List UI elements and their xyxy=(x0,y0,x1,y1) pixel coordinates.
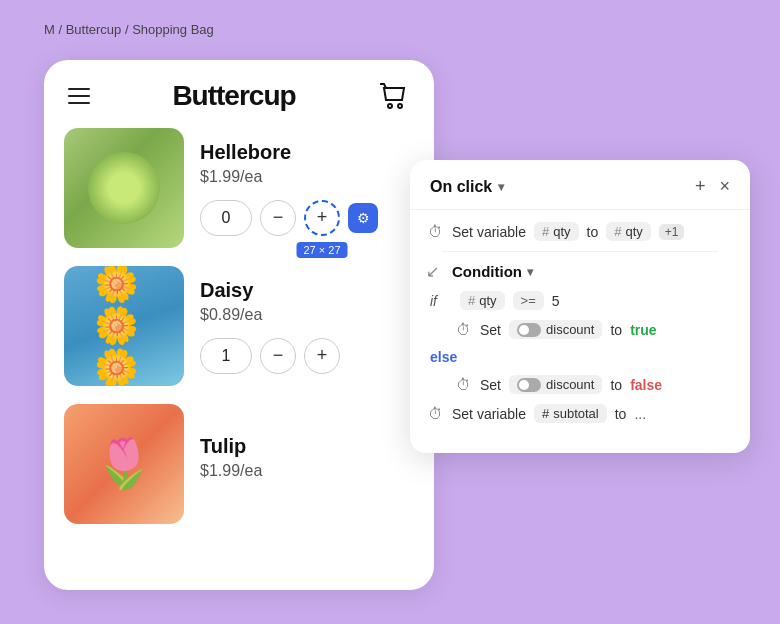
svg-point-0 xyxy=(388,104,392,108)
qty-display-daisy: 1 xyxy=(200,338,252,374)
qty-plus-daisy[interactable]: + xyxy=(304,338,340,374)
set-true-row: ⏱ Set discount to true xyxy=(454,320,734,339)
timer-icon: ⏱ xyxy=(426,223,444,240)
set-subtotal-row: ⏱ Set variable # subtotal to ... xyxy=(426,404,734,423)
false-value: false xyxy=(630,377,662,393)
hash-icon-1: # xyxy=(542,224,549,239)
logic-title-text: On click xyxy=(430,178,492,196)
discount-toggle-false[interactable]: discount xyxy=(509,375,602,394)
to-label-subtotal: to xyxy=(615,406,627,422)
product-name-daisy: Daisy xyxy=(200,279,414,302)
svg-point-1 xyxy=(398,104,402,108)
plus-inner[interactable]: + xyxy=(304,200,340,236)
if-var-name: qty xyxy=(479,293,496,308)
timer-icon-2: ⏱ xyxy=(454,321,472,338)
app-card: Buttercup Hellebore $1.99/ea 0 − + 27 × … xyxy=(44,60,434,590)
qty-controls-hellebore: 0 − + 27 × 27 ⚙ xyxy=(200,200,414,236)
product-item-tulip: Tulip $1.99/ea xyxy=(64,404,414,524)
settings-badge[interactable]: ⚙ xyxy=(348,203,378,233)
brand-name: Buttercup xyxy=(172,80,295,112)
cart-icon[interactable] xyxy=(378,80,410,112)
discount-toggle-true[interactable]: discount xyxy=(509,320,602,339)
product-item-hellebore: Hellebore $1.99/ea 0 − + 27 × 27 ⚙ xyxy=(64,128,414,248)
to-label-true: to xyxy=(610,322,622,338)
toggle-icon-false xyxy=(517,378,541,392)
condition-text: Condition xyxy=(452,263,522,280)
subtotal-tag[interactable]: # subtotal xyxy=(534,404,607,423)
product-name-tulip: Tulip xyxy=(200,435,414,458)
add-logic-button[interactable]: + xyxy=(695,176,706,197)
timer-icon-4: ⏱ xyxy=(426,405,444,422)
qty-display-hellebore: 0 xyxy=(200,200,252,236)
logic-panel: On click ▾ + × ⏱ Set variable # qty to #… xyxy=(410,160,750,453)
hash-icon-4: # xyxy=(542,406,549,421)
discount-label-false: discount xyxy=(546,377,594,392)
qty-minus-hellebore[interactable]: − xyxy=(260,200,296,236)
logic-header-actions: + × xyxy=(695,176,730,197)
close-logic-button[interactable]: × xyxy=(719,176,730,197)
toggle-icon-true xyxy=(517,323,541,337)
product-name-hellebore: Hellebore xyxy=(200,141,414,164)
product-item-daisy: Daisy $0.89/ea 1 − + xyxy=(64,266,414,386)
subtotal-var: subtotal xyxy=(553,406,599,421)
to-label: to xyxy=(587,224,599,240)
var1-tag[interactable]: # qty xyxy=(534,222,579,241)
breadcrumb: M / Buttercup / Shopping Bag xyxy=(44,22,214,37)
qty-controls-daisy: 1 − + xyxy=(200,338,414,374)
var2-name: qty xyxy=(625,224,642,239)
logic-title[interactable]: On click ▾ xyxy=(430,178,504,196)
product-image-daisy xyxy=(64,266,184,386)
timer-icon-3: ⏱ xyxy=(454,376,472,393)
set-variable-label: Set variable xyxy=(452,224,526,240)
discount-label-true: discount xyxy=(546,322,594,337)
product-info-tulip: Tulip $1.99/ea xyxy=(200,435,414,494)
product-price-daisy: $0.89/ea xyxy=(200,306,414,324)
var1-name: qty xyxy=(553,224,570,239)
condition-row: ↙ Condition ▾ xyxy=(426,262,734,281)
true-value: true xyxy=(630,322,656,338)
plus-one-tag: +1 xyxy=(659,224,685,240)
qty-plus-hellebore-highlighted[interactable]: + 27 × 27 xyxy=(304,200,340,236)
set-subtotal-label: Set variable xyxy=(452,406,526,422)
product-info-hellebore: Hellebore $1.99/ea 0 − + 27 × 27 ⚙ xyxy=(200,141,414,236)
hash-icon-2: # xyxy=(614,224,621,239)
product-info-daisy: Daisy $0.89/ea 1 − + xyxy=(200,279,414,374)
op-tag: >= xyxy=(513,291,544,310)
var2-tag[interactable]: # qty xyxy=(606,222,651,241)
set-label-false: Set xyxy=(480,377,501,393)
condition-label[interactable]: Condition ▾ xyxy=(452,263,533,280)
product-image-hellebore xyxy=(64,128,184,248)
set-false-row: ⏱ Set discount to false xyxy=(454,375,734,394)
if-keyword: if xyxy=(430,293,452,309)
product-list: Hellebore $1.99/ea 0 − + 27 × 27 ⚙ Daisy… xyxy=(44,128,434,524)
subtotal-val: ... xyxy=(634,406,646,422)
qty-minus-daisy[interactable]: − xyxy=(260,338,296,374)
to-label-false: to xyxy=(610,377,622,393)
if-block: if # qty >= 5 xyxy=(430,291,734,310)
product-price-hellebore: $1.99/ea xyxy=(200,168,414,186)
product-image-tulip xyxy=(64,404,184,524)
hash-icon-3: # xyxy=(468,293,475,308)
app-header: Buttercup xyxy=(44,60,434,128)
divider xyxy=(442,251,718,252)
product-price-tulip: $1.99/ea xyxy=(200,462,414,480)
logic-body: ⏱ Set variable # qty to # qty +1 ↙ Condi… xyxy=(410,210,750,437)
if-var-tag[interactable]: # qty xyxy=(460,291,505,310)
condition-chevron-icon: ▾ xyxy=(527,265,533,279)
condition-icon: ↙ xyxy=(426,262,444,281)
logic-panel-header: On click ▾ + × xyxy=(410,160,750,210)
set-label-true: Set xyxy=(480,322,501,338)
dimension-label: 27 × 27 xyxy=(296,242,347,258)
else-label: else xyxy=(430,349,734,365)
hamburger-menu[interactable] xyxy=(68,88,90,104)
chevron-down-icon: ▾ xyxy=(498,180,504,194)
if-val: 5 xyxy=(552,293,560,309)
set-variable-row: ⏱ Set variable # qty to # qty +1 xyxy=(426,222,734,241)
